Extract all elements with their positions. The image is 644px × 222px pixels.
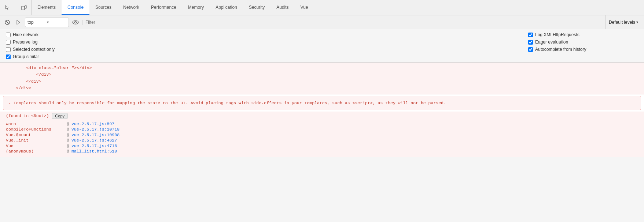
found-in-root-row: (found in <Root>) Copy	[0, 112, 644, 120]
html-line-2: </div>	[6, 71, 638, 78]
context-value: top	[27, 20, 47, 25]
stack-row-5: (anonymous) @ mall_list.html:510	[6, 148, 644, 154]
tab-security[interactable]: Security	[243, 0, 271, 15]
hide-network-checkbox[interactable]	[6, 33, 11, 37]
cursor-icon[interactable]	[3, 3, 12, 12]
stack-func-2: Vue.$mount	[6, 132, 65, 137]
device-icon[interactable]	[19, 3, 28, 12]
stack-at-3: @	[67, 138, 69, 143]
selected-context-checkbox[interactable]	[6, 47, 11, 52]
eye-icon[interactable]	[71, 18, 80, 27]
tab-elements[interactable]: Elements	[32, 0, 62, 15]
log-xmlhttp-row[interactable]: Log XMLHttpRequests	[528, 32, 638, 37]
log-levels-chevron-icon: ▾	[636, 20, 638, 24]
eager-eval-label: Eager evaluation	[535, 39, 568, 45]
preserve-log-row[interactable]: Preserve log	[6, 39, 528, 45]
stack-at-5: @	[67, 149, 69, 154]
clear-console-btn[interactable]	[3, 18, 12, 27]
stack-func-1: compileToFunctions	[6, 127, 65, 132]
log-xmlhttp-label: Log XMLHttpRequests	[535, 32, 579, 37]
stack-link-5[interactable]: mall_list.html:510	[71, 149, 117, 154]
group-similar-row[interactable]: Group similar	[6, 54, 528, 59]
stack-at-4: @	[67, 143, 69, 148]
found-in-text: (found in <Root>)	[6, 113, 49, 118]
stack-row-3: Vue._init @ vue-2.5.17.js:4627	[6, 138, 644, 143]
settings-right: Log XMLHttpRequests Eager evaluation Aut…	[528, 32, 638, 52]
selected-context-label: Selected context only	[13, 47, 55, 52]
warning-message-box: - Templates should only be responsible f…	[3, 96, 641, 110]
html-line-3: </div>	[6, 78, 638, 85]
html-line-4: </div>	[6, 85, 638, 91]
stack-at-2: @	[67, 132, 69, 137]
tab-network[interactable]: Network	[117, 0, 145, 15]
preserve-log-label: Preserve log	[13, 39, 37, 45]
settings-left: Hide network Preserve log Selected conte…	[6, 32, 528, 59]
log-levels-dropdown[interactable]: Default levels ▾	[606, 15, 641, 29]
stack-func-3: Vue._init	[6, 138, 65, 143]
stack-link-4[interactable]: vue-2.5.17.js:4716	[71, 143, 117, 148]
filter-input[interactable]	[85, 20, 603, 25]
log-levels-label: Default levels	[609, 20, 635, 25]
tabs-list: Elements Console Sources Network Perform…	[32, 0, 314, 15]
selected-context-row[interactable]: Selected context only	[6, 47, 528, 52]
hide-network-label: Hide network	[13, 32, 38, 37]
tab-memory[interactable]: Memory	[182, 0, 210, 15]
svg-rect-0	[22, 6, 25, 10]
settings-bar: Hide network Preserve log Selected conte…	[0, 29, 644, 63]
group-similar-checkbox[interactable]	[6, 54, 11, 59]
warning-text: - Templates should only be responsible f…	[8, 100, 636, 106]
svg-marker-4	[17, 20, 20, 25]
log-xmlhttp-checkbox[interactable]	[528, 33, 533, 37]
stack-trace: warn @ vue-2.5.17.js:597 compileToFuncti…	[0, 120, 644, 157]
html-line-1: <div class="clear "></div>	[6, 65, 638, 71]
console-content: <div class="clear "></div> </div> </div>…	[0, 63, 644, 157]
svg-point-5	[73, 20, 78, 24]
autocomplete-history-checkbox[interactable]	[528, 47, 533, 52]
stack-row-4: Vue @ vue-2.5.17.js:4716	[6, 143, 644, 148]
tab-bar: Elements Console Sources Network Perform…	[0, 0, 644, 15]
stack-at-0: @	[67, 121, 69, 126]
stack-row-0: warn @ vue-2.5.17.js:597	[6, 121, 644, 127]
autocomplete-history-label: Autocomplete from history	[535, 47, 586, 52]
hide-network-row[interactable]: Hide network	[6, 32, 528, 37]
svg-point-6	[75, 21, 77, 23]
devtools-icons	[0, 0, 32, 15]
copy-button[interactable]: Copy	[52, 113, 68, 119]
html-code-section: <div class="clear "></div> </div> </div>…	[0, 63, 644, 94]
stack-link-2[interactable]: vue-2.5.17.js:10908	[71, 132, 119, 137]
svg-line-3	[6, 20, 9, 24]
tab-application[interactable]: Application	[210, 0, 243, 15]
console-toolbar: top ▾ Default levels ▾	[0, 15, 644, 29]
tab-vue[interactable]: Vue	[295, 0, 314, 15]
autocomplete-history-row[interactable]: Autocomplete from history	[528, 47, 638, 52]
stack-at-1: @	[67, 127, 69, 132]
tab-performance[interactable]: Performance	[145, 0, 182, 15]
preserve-log-checkbox[interactable]	[6, 40, 11, 45]
eager-eval-row[interactable]: Eager evaluation	[528, 39, 638, 45]
tab-audits[interactable]: Audits	[271, 0, 294, 15]
stack-func-4: Vue	[6, 143, 65, 148]
stack-func-5: (anonymous)	[6, 149, 65, 154]
eager-eval-checkbox[interactable]	[528, 40, 533, 45]
context-chevron-icon: ▾	[47, 20, 66, 24]
tab-sources[interactable]: Sources	[89, 0, 117, 15]
filter-wrap	[82, 20, 603, 25]
stack-row-2: Vue.$mount @ vue-2.5.17.js:10908	[6, 132, 644, 138]
stack-link-3[interactable]: vue-2.5.17.js:4627	[71, 138, 117, 143]
tab-console[interactable]: Console	[62, 0, 89, 15]
stack-link-1[interactable]: vue-2.5.17.js:10718	[71, 127, 119, 132]
stack-row-1: compileToFunctions @ vue-2.5.17.js:10718	[6, 127, 644, 132]
stack-link-0[interactable]: vue-2.5.17.js:597	[71, 121, 114, 126]
pause-exceptions-btn[interactable]	[14, 18, 23, 27]
group-similar-label: Group similar	[13, 54, 39, 59]
stack-func-0: warn	[6, 121, 65, 126]
svg-rect-1	[25, 5, 26, 8]
context-selector[interactable]: top ▾	[25, 18, 69, 27]
